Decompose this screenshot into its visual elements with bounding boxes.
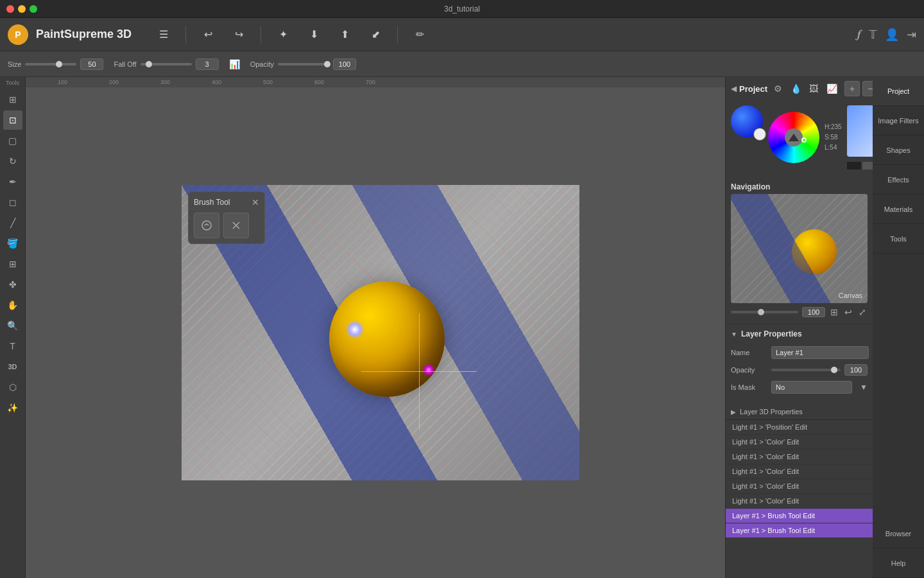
trim-button[interactable]: ⬋ bbox=[364, 23, 387, 46]
tab-tools[interactable]: Tools bbox=[873, 225, 924, 254]
color-wheel-wrapper: H:235 S:58 L:54 bbox=[768, 105, 873, 170]
export-button[interactable]: ⬆ bbox=[333, 23, 356, 46]
tool-rotate[interactable]: ↻ bbox=[3, 152, 22, 171]
history-item-0[interactable]: Light #1 > 'Position' Edit bbox=[726, 420, 873, 435]
tool-rect-select[interactable]: ▢ bbox=[3, 131, 22, 150]
separator-3 bbox=[397, 26, 398, 44]
facebook-icon[interactable]: 𝒇 bbox=[857, 28, 861, 41]
tool-eraser[interactable]: ◻ bbox=[3, 193, 22, 212]
transform-button[interactable]: ⬇ bbox=[302, 23, 325, 46]
color-gradient-box[interactable] bbox=[847, 105, 873, 157]
opacity-slider[interactable] bbox=[278, 63, 329, 66]
close-button[interactable] bbox=[6, 5, 14, 13]
tab-browser[interactable]: Browser bbox=[873, 520, 924, 548]
tab-shapes[interactable]: Shapes bbox=[873, 136, 924, 165]
tool-line[interactable]: ╱ bbox=[3, 213, 22, 232]
snap-button[interactable]: ✦ bbox=[271, 23, 295, 46]
falloff-value[interactable] bbox=[196, 58, 219, 70]
size-slider[interactable] bbox=[25, 63, 76, 66]
tool-paint[interactable]: ✒ bbox=[3, 172, 22, 191]
settings-icon[interactable]: ⚙ bbox=[770, 81, 785, 96]
tool-eyedropper[interactable]: ✤ bbox=[3, 275, 22, 294]
remove-layer-btn[interactable]: − bbox=[862, 81, 873, 96]
history-item-6[interactable]: Layer #1 > Brush Tool Edit bbox=[726, 509, 873, 523]
history-item-4[interactable]: Light #1 > 'Color' Edit bbox=[726, 479, 873, 494]
opacity-slider-row bbox=[771, 364, 868, 376]
history-item-7[interactable]: Layer #1 > Brush Tool Edit bbox=[726, 523, 873, 538]
menu-button[interactable]: ☰ bbox=[152, 23, 175, 46]
history-item-1[interactable]: Light #1 > 'Color' Edit bbox=[726, 435, 873, 450]
brush-tool-close[interactable]: ✕ bbox=[252, 197, 259, 207]
tool-pan[interactable]: ✋ bbox=[3, 295, 22, 315]
tool-fx[interactable]: ✨ bbox=[3, 398, 22, 417]
history-item-3[interactable]: Light #1 > 'Color' Edit bbox=[726, 464, 873, 479]
history-item-5[interactable]: Light #1 > 'Color' Edit bbox=[726, 494, 873, 509]
tab-materials[interactable]: Materials bbox=[873, 195, 924, 224]
nav-zoom-slider[interactable] bbox=[731, 311, 798, 313]
user-icon[interactable]: 👤 bbox=[885, 28, 899, 42]
nav-zoom-thumb bbox=[758, 309, 764, 315]
chart-icon[interactable]: 📈 bbox=[824, 81, 839, 96]
image-icon[interactable]: 🖼 bbox=[806, 81, 821, 96]
name-input[interactable] bbox=[771, 346, 869, 359]
navigation-preview[interactable]: Canvas bbox=[731, 194, 868, 303]
minimize-button[interactable] bbox=[18, 5, 26, 13]
social-icons: 𝒇 𝕋 👤 ⇥ bbox=[857, 28, 916, 42]
navigation-section: Navigation Canvas ⊞ ↩ ⤢ bbox=[726, 175, 873, 324]
opacity-prop-slider[interactable] bbox=[771, 369, 841, 371]
tool-select[interactable]: ⊞ bbox=[3, 90, 22, 109]
layer-3d-header[interactable]: ▶ Layer 3D Properties bbox=[731, 408, 868, 416]
canvas-content[interactable]: Brush Tool ✕ bbox=[182, 185, 579, 480]
tool-text[interactable]: T bbox=[3, 337, 22, 356]
nav-undo-btn[interactable]: ↩ bbox=[843, 306, 853, 319]
falloff-slider[interactable] bbox=[141, 63, 192, 66]
color-wheel-triangle bbox=[789, 134, 799, 141]
tab-image-filters[interactable]: Image Filters bbox=[873, 107, 924, 136]
color-swatches bbox=[847, 162, 873, 170]
sat-label: S:58 bbox=[825, 132, 842, 143]
add-layer-btn[interactable]: + bbox=[844, 81, 860, 96]
tool-grid[interactable]: ⊞ bbox=[3, 254, 22, 274]
tool-brush[interactable]: ⊡ bbox=[3, 110, 22, 130]
brush-mode-btn-1[interactable] bbox=[194, 213, 219, 238]
nav-expand-btn[interactable]: ⤢ bbox=[857, 306, 868, 319]
layer-properties-header[interactable]: ▼ Layer Properties bbox=[726, 324, 873, 341]
swatch-dark[interactable] bbox=[847, 162, 861, 170]
maximize-button[interactable] bbox=[30, 5, 37, 13]
undo-button[interactable]: ↩ bbox=[196, 23, 219, 46]
tool-options-bar: Size Fall Off 📊 Opacity bbox=[0, 51, 924, 77]
swatch-mid[interactable] bbox=[862, 162, 873, 170]
tab-project[interactable]: Project bbox=[873, 77, 924, 106]
tab-effects[interactable]: Effects bbox=[873, 166, 924, 195]
navigation-header: Navigation bbox=[731, 180, 868, 194]
color-secondary[interactable] bbox=[753, 128, 766, 141]
window-controls[interactable] bbox=[6, 5, 37, 13]
tool-fill[interactable]: 🪣 bbox=[3, 234, 22, 253]
tool-shape[interactable]: ⬡ bbox=[3, 378, 22, 397]
brush-tool-panel: Brush Tool ✕ bbox=[188, 191, 265, 244]
opacity-prop-value[interactable] bbox=[844, 364, 868, 376]
canvas-wrapper[interactable]: Brush Tool ✕ bbox=[36, 87, 725, 578]
tool-zoom[interactable]: 🔍 bbox=[3, 316, 22, 335]
twitter-icon[interactable]: 𝕋 bbox=[869, 28, 877, 42]
size-value[interactable] bbox=[80, 58, 103, 70]
is-mask-select[interactable]: No Yes bbox=[771, 381, 852, 394]
project-header-buttons: ⚙ 💧 🖼 📈 bbox=[770, 81, 839, 96]
color-drop-icon[interactable]: 💧 bbox=[788, 81, 803, 96]
app-title: PaintSupreme 3D bbox=[36, 28, 132, 41]
history-item-2[interactable]: Light #1 > 'Color' Edit bbox=[726, 450, 873, 464]
tab-help[interactable]: Help bbox=[873, 549, 924, 578]
window-title: 3d_tutorial bbox=[444, 4, 480, 13]
redo-button[interactable]: ↪ bbox=[227, 23, 250, 46]
brush-mode-btn-2[interactable] bbox=[223, 213, 249, 238]
logout-icon[interactable]: ⇥ bbox=[907, 28, 916, 42]
color-picker-button[interactable]: ✏ bbox=[408, 23, 431, 46]
color-wheel-cursor[interactable] bbox=[801, 137, 807, 143]
opacity-value[interactable] bbox=[333, 58, 356, 70]
project-collapse-btn[interactable]: ◀ bbox=[731, 84, 737, 93]
nav-zoom-value[interactable] bbox=[802, 307, 825, 317]
nav-grid-btn[interactable]: ⊞ bbox=[829, 306, 839, 319]
project-add-remove: + − bbox=[844, 81, 873, 96]
tool-3d[interactable]: 3D bbox=[3, 357, 22, 376]
titlebar: 3d_tutorial bbox=[0, 0, 924, 18]
